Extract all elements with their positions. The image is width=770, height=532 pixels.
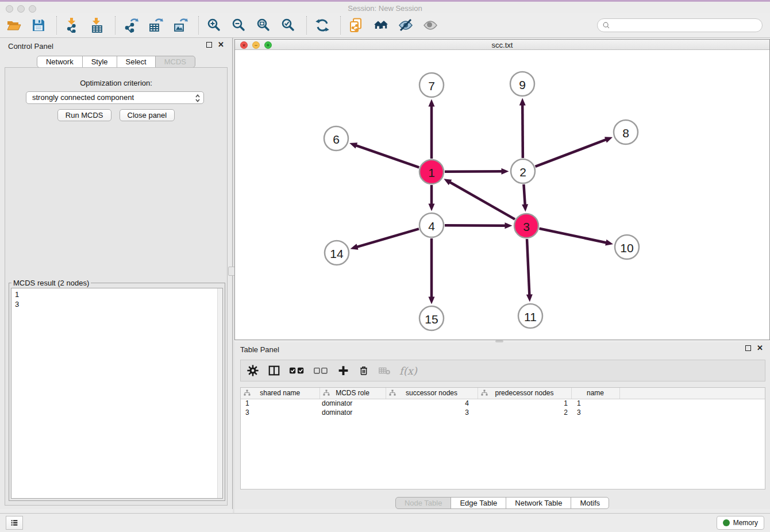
cell-successor-nodes[interactable]: 3 (386, 408, 478, 417)
zoom-in-button[interactable] (206, 17, 222, 34)
zoom-selected-button[interactable] (280, 17, 297, 34)
refresh-button[interactable] (314, 17, 330, 34)
float-table-panel-icon[interactable] (745, 345, 751, 351)
node-label-8: 8 (622, 126, 629, 140)
edge-2-9[interactable] (522, 105, 523, 158)
cell-predecessor-nodes[interactable]: 1 (478, 399, 571, 408)
node-label-1: 1 (428, 166, 435, 179)
result-scrollbar[interactable] (217, 288, 222, 498)
search-field[interactable] (597, 18, 763, 32)
edge-2-8[interactable] (536, 140, 606, 167)
run-mcds-button[interactable]: Run MCDS (57, 109, 111, 121)
edge-4-14[interactable] (357, 229, 419, 246)
close-panel-button[interactable]: Close panel (120, 109, 175, 121)
duplicate-network-icon (349, 18, 364, 33)
toolbar-separator (306, 16, 307, 34)
network-window-titlebar: × − + scc.txt (235, 40, 769, 50)
column-header-MCDS-role[interactable]: MCDS role (319, 388, 386, 399)
edge-3-10[interactable] (540, 229, 607, 243)
delete-table-icon (378, 364, 391, 377)
cell-shared-name[interactable]: 1 (241, 399, 319, 408)
tab-mcds[interactable]: MCDS (155, 56, 195, 68)
node-label-9: 9 (519, 78, 526, 91)
cell-predecessor-nodes[interactable]: 2 (478, 408, 571, 417)
export-image-button[interactable] (172, 17, 188, 34)
tab-network[interactable]: Network (37, 56, 83, 68)
columns-button[interactable] (268, 362, 280, 379)
mcds-result-area[interactable]: 13 (11, 288, 223, 499)
table-row[interactable]: 1dominator411 (241, 399, 765, 408)
node-label-3: 3 (523, 220, 530, 233)
zoom-out-button[interactable] (231, 17, 247, 34)
tab-node-table[interactable]: Node Table (395, 497, 452, 509)
zoom-fit-icon (256, 18, 271, 33)
import-table-icon (90, 18, 105, 33)
export-image-icon (173, 18, 188, 33)
zoom-fit-button[interactable] (256, 17, 272, 34)
settings-icon (247, 364, 259, 377)
edge-3-11[interactable] (527, 239, 529, 295)
task-history-button[interactable] (6, 516, 23, 530)
export-network-button[interactable] (123, 17, 139, 34)
tab-network-table[interactable]: Network Table (506, 497, 571, 509)
home-button[interactable] (373, 17, 389, 34)
column-header-successor-nodes[interactable]: successor nodes (386, 388, 478, 399)
cell-name[interactable]: 3 (571, 408, 619, 417)
close-table-panel-icon[interactable]: ✕ (757, 345, 763, 351)
import-network-button[interactable] (64, 17, 80, 34)
search-input[interactable] (613, 21, 762, 30)
column-header-predecessor-nodes[interactable]: predecessor nodes (478, 388, 571, 399)
cell-MCDS-role[interactable]: dominator (319, 399, 386, 408)
show-all-button[interactable] (422, 17, 438, 34)
hide-selected-button[interactable] (398, 17, 414, 34)
close-panel-icon[interactable]: ✕ (218, 42, 224, 48)
open-session-icon (6, 18, 21, 33)
edge-1-6[interactable] (356, 145, 419, 167)
cell-shared-name[interactable]: 3 (241, 408, 319, 417)
column-header-name[interactable]: name (571, 388, 619, 399)
criterion-value: strongly connected component (32, 93, 134, 102)
edge-arrowhead (522, 204, 528, 211)
sort-tree-icon (244, 390, 251, 398)
edge-4-3[interactable] (445, 225, 506, 226)
network-canvas[interactable]: 7968124314101511 (235, 51, 769, 340)
memory-button[interactable]: Memory (717, 516, 764, 530)
window-title: Session: New Session (0, 4, 770, 13)
select-all-button[interactable] (289, 362, 305, 379)
save-session-button[interactable] (30, 17, 47, 34)
open-session-button[interactable] (6, 17, 22, 34)
tab-edge-table[interactable]: Edge Table (451, 497, 506, 509)
delete-button[interactable] (358, 362, 369, 379)
tab-select[interactable]: Select (117, 56, 156, 68)
delete-table-button (378, 362, 391, 379)
column-header-filler (619, 388, 765, 399)
cell-name[interactable]: 1 (571, 399, 619, 408)
tab-motifs[interactable]: Motifs (571, 497, 609, 509)
column-label: name (587, 389, 604, 397)
edge-2-3[interactable] (523, 184, 525, 205)
hide-selected-icon (398, 18, 413, 33)
table-row[interactable]: 3dominator323 (241, 408, 765, 417)
export-table-button[interactable] (148, 17, 164, 34)
edge-1-2[interactable] (445, 171, 502, 172)
cell-MCDS-role[interactable]: dominator (319, 408, 386, 417)
add-button[interactable] (337, 362, 349, 379)
zoom-selected-icon (281, 18, 296, 33)
list-icon (10, 517, 19, 529)
import-table-button[interactable] (89, 17, 105, 34)
settings-button[interactable] (247, 362, 259, 379)
deselect-all-button[interactable] (314, 362, 329, 379)
select-all-icon (289, 364, 305, 377)
edge-3-1[interactable] (450, 182, 515, 219)
duplicate-network-button[interactable] (348, 17, 364, 34)
tab-style[interactable]: Style (82, 56, 117, 68)
column-header-shared-name[interactable]: shared name (241, 388, 319, 399)
criterion-select[interactable]: strongly connected component (26, 91, 204, 104)
delete-icon (358, 364, 369, 377)
float-panel-icon[interactable] (206, 42, 212, 48)
cell-successor-nodes[interactable]: 4 (386, 399, 478, 408)
table-panel-buttons: ✕ (745, 345, 763, 351)
node-label-4: 4 (428, 219, 435, 233)
sort-tree-icon (389, 390, 396, 398)
control-panel: Control Panel ✕ NetworkStyleSelectMCDS O… (0, 38, 233, 509)
